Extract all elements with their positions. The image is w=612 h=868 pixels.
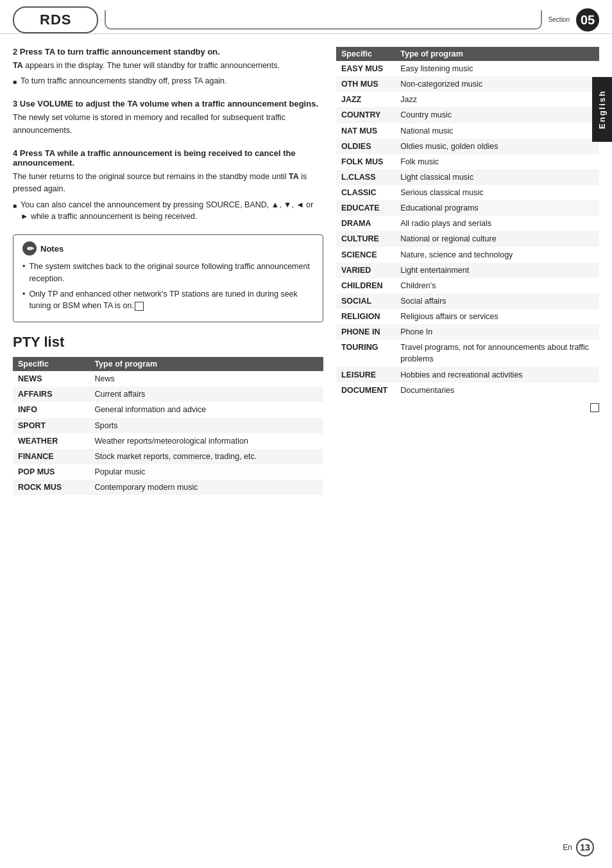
- pty-table-row: INFOGeneral information and advice: [13, 402, 323, 417]
- notes-icon: ✏: [22, 241, 37, 256]
- right-col-type: Type of program: [395, 47, 599, 61]
- right-table: Specific Type of program EASY MUSEasy li…: [336, 47, 599, 398]
- right-cell-specific: JAZZ: [336, 92, 395, 107]
- right-table-row: L.CLASSLight classical music: [336, 169, 599, 185]
- pty-table-row: ROCK MUSContemporary modern music: [13, 480, 323, 495]
- left-column: 2 Press TA to turn traffic announcement …: [13, 47, 323, 495]
- pty-cell-specific: AFFAIRS: [13, 386, 89, 402]
- pty-cell-specific: POP MUS: [13, 464, 89, 480]
- right-table-row: DRAMAAll radio plays and serials: [336, 216, 599, 231]
- right-cell-type: Easy listening music: [395, 61, 599, 76]
- right-cell-specific: OTH MUS: [336, 76, 395, 92]
- pty-cell-specific: WEATHER: [13, 433, 89, 449]
- pty-table-body: NEWSNewsAFFAIRSCurrent affairsINFOGenera…: [13, 371, 323, 495]
- right-table-row: FOLK MUSFolk music: [336, 154, 599, 169]
- section-number: 05: [576, 8, 599, 31]
- right-cell-type: Documentaries: [395, 383, 599, 398]
- right-cell-type: National or regional culture: [395, 231, 599, 247]
- bullet-symbol-2: ■: [13, 201, 17, 223]
- right-cell-specific: CHILDREN: [336, 278, 395, 293]
- right-cell-type: Children's: [395, 278, 599, 293]
- notes-header: ✏ Notes: [22, 241, 314, 256]
- right-cell-specific: EDUCATE: [336, 200, 395, 216]
- pty-cell-type: News: [89, 371, 323, 386]
- right-table-row: OTH MUSNon-categorized music: [336, 76, 599, 92]
- right-cell-type: Serious classical music: [395, 185, 599, 200]
- right-cell-specific: NAT MUS: [336, 123, 395, 139]
- rds-label: RDS: [40, 12, 71, 28]
- pty-col-specific: Specific: [13, 357, 89, 371]
- pty-cell-specific: FINANCE: [13, 449, 89, 464]
- right-table-row: COUNTRYCountry music: [336, 107, 599, 123]
- footer-page-num: 13: [576, 838, 594, 856]
- right-cell-specific: OLDIES: [336, 139, 395, 154]
- right-cell-type: Social affairs: [395, 293, 599, 309]
- footer-en-label: En: [563, 843, 572, 852]
- header-divider: [105, 10, 541, 30]
- pty-cell-type: Weather reports/meteorological informati…: [89, 433, 323, 449]
- pty-cell-specific: SPORT: [13, 418, 89, 433]
- english-tab: English: [592, 77, 612, 142]
- step-4-title: 4 Press TA while a traffic announcement …: [13, 148, 323, 168]
- right-table-body: EASY MUSEasy listening musicOTH MUSNon-c…: [336, 61, 599, 398]
- right-table-row: JAZZJazz: [336, 92, 599, 107]
- pty-cell-type: Contemporary modern music: [89, 480, 323, 495]
- right-cell-specific: SCIENCE: [336, 247, 395, 263]
- pty-title: PTY list: [13, 334, 323, 351]
- note-item-2: Only TP and enhanced other network's TP …: [22, 288, 314, 313]
- bullet-symbol: ■: [13, 77, 17, 87]
- bottom-square-icon: [590, 403, 599, 412]
- pty-table-row: NEWSNews: [13, 371, 323, 386]
- right-cell-specific: L.CLASS: [336, 169, 395, 185]
- note-item-1: The system switches back to the original…: [22, 261, 314, 285]
- right-table-row: NAT MUSNational music: [336, 123, 599, 139]
- right-cell-type: Oldies music, golden oldies: [395, 139, 599, 154]
- pty-table: Specific Type of program NEWSNewsAFFAIRS…: [13, 357, 323, 495]
- right-cell-type: Phone In: [395, 324, 599, 340]
- pty-cell-specific: ROCK MUS: [13, 480, 89, 495]
- pty-table-row: WEATHERWeather reports/meteorological in…: [13, 433, 323, 449]
- right-cell-specific: EASY MUS: [336, 61, 395, 76]
- right-cell-type: National music: [395, 123, 599, 139]
- right-table-row: TOURINGTravel programs, not for announce…: [336, 340, 599, 367]
- right-col-specific: Specific: [336, 47, 395, 61]
- section-label: Section: [548, 16, 570, 24]
- right-cell-type: Hobbies and recreational activities: [395, 367, 599, 383]
- pty-cell-type: General information and advice: [89, 402, 323, 417]
- pty-table-row: POP MUSPopular music: [13, 464, 323, 480]
- right-cell-specific: LEISURE: [336, 367, 395, 383]
- right-cell-type: Educational programs: [395, 200, 599, 216]
- right-table-row: CLASSICSerious classical music: [336, 185, 599, 200]
- rds-tab: RDS: [13, 6, 98, 33]
- right-cell-type: Jazz: [395, 92, 599, 107]
- right-cell-specific: CULTURE: [336, 231, 395, 247]
- right-cell-type: All radio plays and serials: [395, 216, 599, 231]
- right-cell-type: Travel programs, not for announcements a…: [395, 340, 599, 367]
- right-table-row: CULTURENational or regional culture: [336, 231, 599, 247]
- pty-cell-type: Popular music: [89, 464, 323, 480]
- right-table-row: OLDIESOldies music, golden oldies: [336, 139, 599, 154]
- right-cell-type: Religious affairs or services: [395, 309, 599, 324]
- right-cell-type: Nature, science and technology: [395, 247, 599, 263]
- right-table-row: EASY MUSEasy listening music: [336, 61, 599, 76]
- pty-cell-type: Stock market reports, commerce, trading,…: [89, 449, 323, 464]
- step-4-bullet: ■ You can also cancel the announcement b…: [13, 199, 323, 223]
- step-4-body: The tuner returns to the original source…: [13, 171, 323, 196]
- right-column: Specific Type of program EASY MUSEasy li…: [336, 47, 599, 495]
- pty-table-header-row: Specific Type of program: [13, 357, 323, 371]
- right-cell-specific: COUNTRY: [336, 107, 395, 123]
- step-3-title: 3 Use VOLUME to adjust the TA volume whe…: [13, 99, 323, 108]
- right-table-row: CHILDRENChildren's: [336, 278, 599, 293]
- main-content: 2 Press TA to turn traffic announcement …: [0, 34, 612, 508]
- pty-col-type: Type of program: [89, 357, 323, 371]
- right-cell-specific: SOCIAL: [336, 293, 395, 309]
- step-2-bullet: ■ To turn traffic announcements standby …: [13, 75, 323, 87]
- pty-table-row: AFFAIRSCurrent affairs: [13, 386, 323, 402]
- right-table-row: RELIGIONReligious affairs or services: [336, 309, 599, 324]
- right-table-row: EDUCATEEducational programs: [336, 200, 599, 216]
- right-cell-type: Non-categorized music: [395, 76, 599, 92]
- right-cell-specific: PHONE IN: [336, 324, 395, 340]
- pty-table-row: SPORTSports: [13, 418, 323, 433]
- pty-cell-type: Current affairs: [89, 386, 323, 402]
- right-table-row: DOCUMENTDocumentaries: [336, 383, 599, 398]
